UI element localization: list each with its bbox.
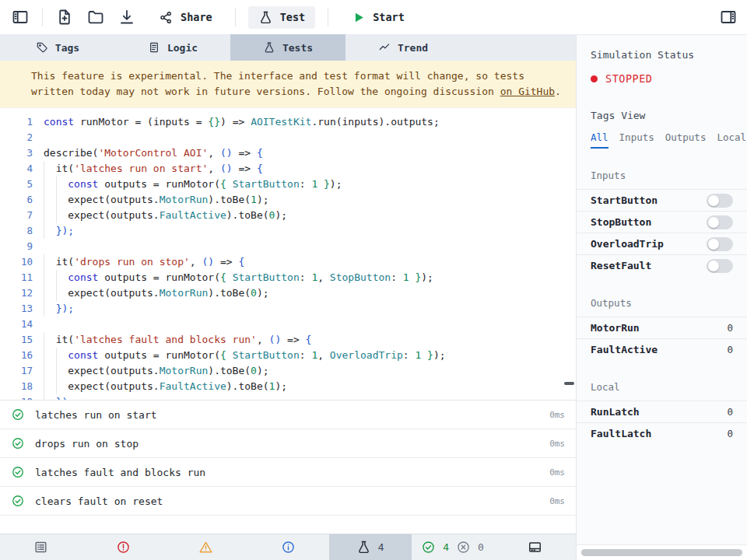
test-result-row[interactable]: clears fault on reset0ms bbox=[0, 487, 576, 516]
passed-count[interactable]: 4 bbox=[421, 540, 449, 555]
tag-row-overloadtrip: OverloadTrip bbox=[577, 233, 747, 254]
view-tab-local[interactable]: Local bbox=[717, 131, 746, 149]
main-tab-bar: TagsLogicTestsTrend bbox=[0, 34, 576, 61]
sidebar-horizontal-scrollbar[interactable] bbox=[577, 544, 747, 560]
code-line: 17expect(outputs.MotorRun).toBe(0); bbox=[0, 363, 576, 379]
warnings-button[interactable] bbox=[164, 534, 247, 560]
toggle-left-panel-button[interactable] bbox=[11, 8, 30, 26]
tag-name: FaultLatch bbox=[591, 428, 651, 439]
play-icon bbox=[351, 10, 366, 25]
editor-scrollbar-thumb[interactable] bbox=[564, 382, 574, 385]
test-result-time: 0ms bbox=[549, 439, 565, 449]
toggle-right-panel-button[interactable] bbox=[719, 8, 738, 26]
open-folder-button[interactable] bbox=[86, 8, 105, 26]
main-panel: TagsLogicTestsTrend This feature is expe… bbox=[0, 34, 576, 560]
folder-icon bbox=[86, 8, 105, 26]
tag-icon bbox=[36, 41, 48, 54]
flask-icon bbox=[356, 540, 371, 555]
tag-row-runlatch: RunLatch0 bbox=[577, 401, 747, 422]
new-file-button[interactable] bbox=[55, 8, 74, 26]
line-number: 10 bbox=[0, 254, 33, 270]
toggle-bottom-panel-button[interactable] bbox=[493, 534, 576, 560]
log-list-icon bbox=[33, 540, 48, 555]
stopbutton-toggle[interactable] bbox=[707, 215, 733, 229]
share-icon bbox=[159, 10, 174, 25]
code-text: expect(outputs.MotorRun).toBe(0); bbox=[44, 363, 269, 379]
test-results-list: latches run on start0msdrops run on stop… bbox=[0, 400, 576, 516]
view-tab-all[interactable]: All bbox=[591, 131, 608, 149]
tab-label: Trend bbox=[398, 42, 428, 54]
tests-count-button[interactable]: 4 bbox=[329, 534, 412, 560]
line-number: 13 bbox=[0, 301, 33, 317]
tab-logic[interactable]: Logic bbox=[115, 34, 230, 61]
section-title-local: Local bbox=[577, 381, 747, 393]
trend-icon bbox=[378, 41, 391, 54]
warning-icon bbox=[198, 540, 213, 555]
tab-tags[interactable]: Tags bbox=[0, 34, 115, 61]
results-empty-space bbox=[0, 516, 576, 534]
tag-value: 0 bbox=[727, 428, 733, 439]
test-result-time: 0ms bbox=[549, 467, 565, 478]
toolbar-divider bbox=[42, 8, 43, 26]
code-editor[interactable]: 1const runMotor = (inputs = {}) => AOITe… bbox=[0, 107, 576, 400]
tags-view-tabs: AllInputsOutputsLocal bbox=[577, 121, 747, 149]
tag-row-startbutton: StartButton bbox=[577, 189, 747, 211]
line-number: 7 bbox=[0, 208, 33, 223]
code-text: }); bbox=[44, 301, 74, 317]
line-number: 4 bbox=[0, 161, 33, 177]
code-text: const outputs = runMotor({ StartButton: … bbox=[44, 348, 446, 363]
startbutton-toggle[interactable] bbox=[707, 194, 733, 208]
info-button[interactable] bbox=[247, 534, 329, 560]
start-button[interactable]: Start bbox=[341, 6, 415, 29]
toolbar-divider bbox=[328, 8, 328, 26]
view-tab-outputs[interactable]: Outputs bbox=[665, 131, 707, 149]
tag-name: FaultActive bbox=[591, 344, 658, 355]
x-circle-icon bbox=[456, 540, 471, 555]
line-number: 8 bbox=[0, 223, 33, 239]
errors-button[interactable] bbox=[82, 534, 165, 560]
line-number: 12 bbox=[0, 285, 33, 301]
code-line: 13}); bbox=[0, 301, 576, 317]
log-button[interactable] bbox=[0, 534, 82, 560]
test-mode-button[interactable]: Test bbox=[248, 6, 316, 29]
document-icon bbox=[148, 41, 160, 54]
share-button[interactable]: Share bbox=[149, 6, 223, 29]
download-button[interactable] bbox=[117, 8, 136, 26]
code-text: expect(outputs.MotorRun).toBe(1); bbox=[44, 192, 269, 208]
failed-count[interactable]: 0 bbox=[456, 540, 484, 555]
view-tab-inputs[interactable]: Inputs bbox=[619, 131, 654, 149]
tab-trend[interactable]: Trend bbox=[345, 34, 461, 61]
line-number: 18 bbox=[0, 379, 33, 394]
overloadtrip-toggle[interactable] bbox=[707, 237, 733, 251]
tag-value: 0 bbox=[727, 406, 733, 418]
code-text: it('drops run on stop', () => { bbox=[44, 254, 244, 270]
tag-value: 0 bbox=[727, 322, 733, 334]
test-result-row[interactable]: latches fault and blocks run0ms bbox=[0, 458, 576, 487]
code-line: 4it('latches run on start', () => { bbox=[0, 161, 576, 177]
line-number: 6 bbox=[0, 192, 33, 208]
code-line: 7expect(outputs.FaultActive).toBe(0); bbox=[0, 208, 576, 223]
sidebar-scrollbar-thumb[interactable] bbox=[581, 549, 742, 556]
code-line: 18expect(outputs.FaultActive).toBe(1); bbox=[0, 379, 576, 394]
github-link[interactable]: on GitHub bbox=[500, 86, 555, 97]
file-plus-icon bbox=[55, 8, 74, 26]
resetfault-toggle[interactable] bbox=[707, 259, 733, 273]
tag-row-resetfault: ResetFault bbox=[577, 254, 747, 276]
test-result-name: clears fault on reset bbox=[35, 495, 163, 507]
code-line: 19}); bbox=[0, 394, 576, 400]
test-result-row[interactable]: latches run on start0ms bbox=[0, 401, 576, 429]
test-result-row[interactable]: drops run on stop0ms bbox=[0, 429, 576, 458]
tab-label: Logic bbox=[167, 42, 198, 54]
section-title-outputs: Outputs bbox=[577, 297, 747, 309]
tab-tests[interactable]: Tests bbox=[230, 34, 345, 61]
line-number: 15 bbox=[0, 332, 33, 348]
line-number: 5 bbox=[0, 177, 33, 192]
tag-name: StartButton bbox=[591, 194, 658, 206]
download-icon bbox=[117, 8, 136, 26]
test-summary[interactable]: 40 bbox=[412, 534, 494, 560]
tag-name: OverloadTrip bbox=[591, 238, 664, 250]
code-line: 5const outputs = runMotor({ StartButton:… bbox=[0, 177, 576, 192]
line-number: 16 bbox=[0, 348, 33, 363]
code-line: 12expect(outputs.MotorRun).toBe(0); bbox=[0, 285, 576, 301]
toggle-knob bbox=[708, 239, 719, 250]
